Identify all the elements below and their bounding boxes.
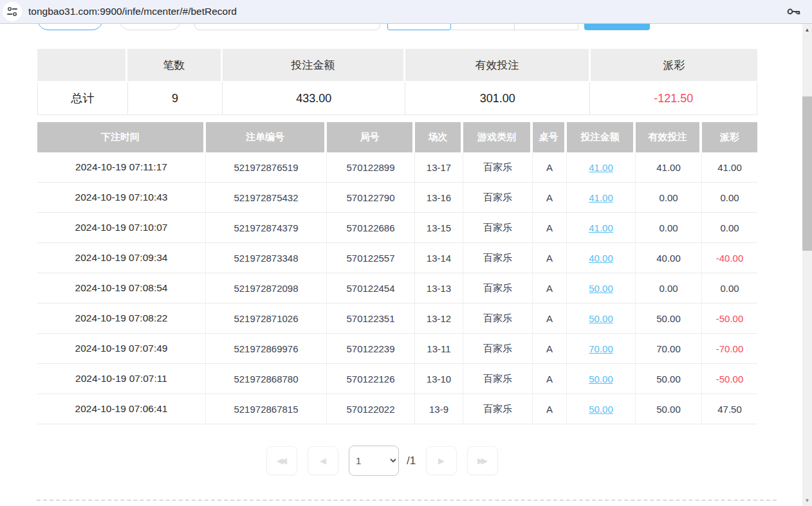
table-cell: -40.00: [702, 243, 757, 273]
page-select[interactable]: 1: [349, 446, 399, 476]
column-header: 注单编号: [206, 122, 327, 152]
tune-icon: [6, 6, 18, 17]
scroll-up-arrow-icon[interactable]: ▲: [802, 28, 812, 33]
table-cell: 2024-10-19 07:11:17: [37, 152, 206, 182]
table-cell: 40.00: [567, 243, 636, 273]
scrollbar-thumb[interactable]: [802, 96, 812, 251]
bet-amount-link[interactable]: 50.00: [589, 313, 613, 324]
table-cell: 521972874379: [206, 213, 327, 242]
vertical-scrollbar[interactable]: ▲ ▼: [802, 24, 812, 506]
bet-table: 下注时间注单编号局号场次游戏类别桌号投注金额有效投注派彩 2024-10-19 …: [37, 122, 757, 424]
table-cell: 0.00: [636, 273, 702, 303]
table-cell: 41.00: [567, 152, 636, 182]
summary-header-bet-amount: 投注金额: [223, 49, 405, 81]
bet-amount-link[interactable]: 50.00: [589, 404, 613, 415]
table-cell: 0.00: [636, 213, 702, 242]
table-row: 2024-10-19 07:10:07521972874379570122686…: [37, 213, 757, 243]
table-cell: 0.00: [702, 183, 757, 212]
column-header: 有效投注: [636, 122, 702, 152]
table-cell: 50.00: [636, 364, 702, 393]
table-cell: 50.00: [636, 303, 702, 333]
table-cell: 百家乐: [463, 273, 533, 303]
key-icon: [786, 6, 802, 17]
first-page-button[interactable]: ◀◀: [266, 446, 297, 475]
table-row: 2024-10-19 07:11:17521972876519570122899…: [37, 152, 757, 183]
table-cell: 521972869976: [206, 334, 327, 363]
summary-total-label: 总计: [38, 82, 128, 114]
table-cell: -50.00: [702, 303, 757, 333]
summary-valid-bet-value: 301.00: [405, 82, 590, 114]
table-cell: 521972871026: [206, 303, 327, 333]
table-cell: A: [533, 364, 567, 393]
table-cell: 521972876519: [206, 152, 327, 182]
site-info-icon[interactable]: [3, 2, 22, 21]
double-right-arrow-icon: ▶▶: [477, 456, 488, 465]
summary-count-value: 9: [128, 82, 223, 114]
table-cell: 570122126: [327, 364, 415, 393]
table-cell: 百家乐: [463, 213, 533, 242]
table-row: 2024-10-19 07:06:41521972867815570122022…: [37, 394, 757, 424]
table-cell: 570122239: [327, 334, 415, 363]
table-cell: 13-16: [415, 183, 463, 212]
password-key-icon[interactable]: [786, 6, 802, 20]
table-cell: 41.00: [636, 152, 702, 182]
table-cell: -50.00: [702, 364, 757, 393]
prev-page-button[interactable]: ◀: [308, 446, 338, 475]
next-page-button[interactable]: ▶: [426, 446, 457, 475]
table-cell: 13-9: [415, 394, 463, 424]
table-cell: 2024-10-19 07:09:34: [37, 243, 206, 273]
table-cell: 570122022: [327, 394, 415, 424]
table-cell: 2024-10-19 07:10:43: [37, 183, 206, 212]
bet-amount-link[interactable]: 50.00: [589, 374, 613, 384]
double-left-arrow-icon: ◀◀: [277, 456, 287, 465]
summary-header-row: 笔数 投注金额 有效投注 派彩: [37, 49, 757, 81]
bet-amount-link[interactable]: 41.00: [589, 222, 613, 233]
table-cell: 百家乐: [463, 303, 533, 333]
browser-address-bar: tongbao31.com:9900/infe/mcenter/#/betRec…: [0, 0, 812, 24]
table-cell: 50.00: [567, 303, 636, 333]
table-cell: 50.00: [567, 273, 636, 303]
table-cell: 百家乐: [463, 183, 533, 212]
table-cell: 521972875432: [206, 183, 327, 212]
last-page-button[interactable]: ▶▶: [467, 446, 498, 475]
table-cell: A: [533, 213, 567, 242]
bet-amount-link[interactable]: 41.00: [589, 192, 613, 203]
bet-amount-link[interactable]: 70.00: [589, 343, 613, 354]
table-cell: 50.00: [567, 394, 636, 424]
bet-amount-link[interactable]: 50.00: [589, 283, 613, 294]
summary-bet-amount-value: 433.00: [223, 82, 405, 114]
table-cell: A: [533, 394, 567, 424]
table-cell: 百家乐: [463, 152, 533, 182]
table-cell: A: [533, 334, 567, 363]
bet-amount-link[interactable]: 41.00: [589, 162, 613, 173]
scroll-down-arrow-icon[interactable]: ▼: [802, 498, 812, 503]
table-row: 2024-10-19 07:08:54521972872098570122454…: [37, 273, 757, 303]
table-cell: 41.00: [567, 183, 636, 212]
url-text[interactable]: tongbao31.com:9900/infe/mcenter/#/betRec…: [28, 6, 237, 17]
column-header: 桌号: [533, 122, 567, 152]
table-cell: 13-10: [415, 364, 463, 393]
table-row: 2024-10-19 07:10:43521972875432570122790…: [37, 183, 757, 213]
table-cell: 2024-10-19 07:07:11: [37, 364, 206, 393]
column-header: 下注时间: [37, 122, 206, 152]
table-cell: A: [533, 273, 567, 303]
table-cell: 0.00: [702, 273, 757, 303]
bet-amount-link[interactable]: 40.00: [589, 253, 613, 264]
column-header: 派彩: [702, 122, 757, 152]
table-cell: 13-11: [415, 334, 463, 363]
table-cell: 40.00: [636, 243, 702, 273]
column-header: 投注金额: [567, 122, 636, 152]
table-cell: 570122899: [327, 152, 415, 182]
left-arrow-icon: ◀: [320, 456, 326, 465]
summary-payout-value: -121.50: [590, 82, 757, 114]
table-cell: 41.00: [567, 213, 636, 242]
table-row: 2024-10-19 07:08:22521972871026570122351…: [37, 303, 757, 334]
table-cell: 百家乐: [463, 334, 533, 363]
table-cell: 百家乐: [463, 243, 533, 273]
summary-header-count: 笔数: [127, 49, 223, 81]
table-cell: 570122790: [327, 183, 415, 212]
table-row: 2024-10-19 07:09:34521972873348570122557…: [37, 243, 757, 273]
table-row: 2024-10-19 07:07:49521972869976570122239…: [37, 334, 757, 364]
right-arrow-icon: ▶: [438, 456, 445, 465]
table-cell: 50.00: [636, 394, 702, 424]
